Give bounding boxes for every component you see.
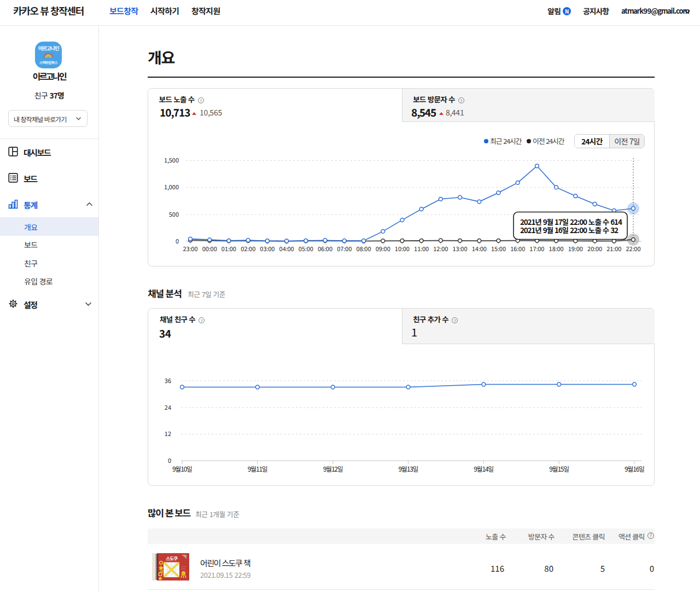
svg-text:03:00: 03:00 — [260, 244, 275, 253]
svg-text:9월13일: 9월13일 — [398, 464, 418, 473]
svg-text:0: 0 — [168, 456, 171, 465]
svg-text:04:00: 04:00 — [279, 244, 294, 253]
svg-text:09:00: 09:00 — [376, 244, 390, 253]
svg-text:9월12일: 9월12일 — [323, 464, 343, 473]
svg-text:24: 24 — [165, 403, 171, 411]
svg-text:02:00: 02:00 — [241, 244, 255, 253]
svg-text:17:00: 17:00 — [529, 244, 544, 253]
svg-text:12: 12 — [165, 429, 171, 438]
svg-text:23:00: 23:00 — [183, 244, 197, 253]
svg-text:0: 0 — [176, 236, 179, 245]
svg-text:12:00: 12:00 — [433, 244, 448, 253]
svg-text:08:00: 08:00 — [356, 244, 371, 253]
svg-text:16:00: 16:00 — [510, 244, 525, 253]
svg-text:36: 36 — [165, 376, 171, 385]
svg-text:01:00: 01:00 — [221, 244, 236, 253]
svg-text:500: 500 — [169, 210, 179, 218]
svg-text:9월11일: 9월11일 — [248, 464, 267, 473]
svg-text:2021년 9월 16일 22:00 노출 수 32: 2021년 9월 16일 22:00 노출 수 32 — [520, 224, 619, 235]
svg-text:20:00: 20:00 — [587, 244, 602, 253]
svg-text:9월16일: 9월16일 — [625, 464, 644, 473]
svg-text:21:00: 21:00 — [606, 244, 621, 253]
svg-text:19:00: 19:00 — [568, 244, 583, 253]
svg-text:00:00: 00:00 — [202, 244, 217, 253]
svg-text:스도쿠: 스도쿠 — [166, 555, 178, 561]
svg-text:스펙트럼북스: 스펙트럼북스 — [39, 60, 58, 65]
svg-text:아르고나인: 아르고나인 — [38, 44, 59, 52]
svg-text:05:00: 05:00 — [299, 244, 313, 253]
svg-text:06:00: 06:00 — [318, 244, 332, 253]
svg-text:10:00: 10:00 — [395, 244, 410, 253]
svg-text:11:00: 11:00 — [414, 244, 429, 253]
svg-text:14:00: 14:00 — [472, 244, 487, 253]
svg-text:07:00: 07:00 — [337, 244, 352, 253]
svg-text:9월14일: 9월14일 — [474, 464, 493, 473]
svg-text:1,500: 1,500 — [164, 155, 179, 164]
svg-text:9월10일: 9월10일 — [172, 464, 192, 473]
svg-text:18:00: 18:00 — [549, 244, 564, 253]
svg-text:9월15일: 9월15일 — [549, 464, 569, 473]
svg-text:13:00: 13:00 — [452, 244, 467, 253]
svg-text:1,000: 1,000 — [164, 182, 179, 191]
svg-text:15:00: 15:00 — [491, 244, 506, 253]
